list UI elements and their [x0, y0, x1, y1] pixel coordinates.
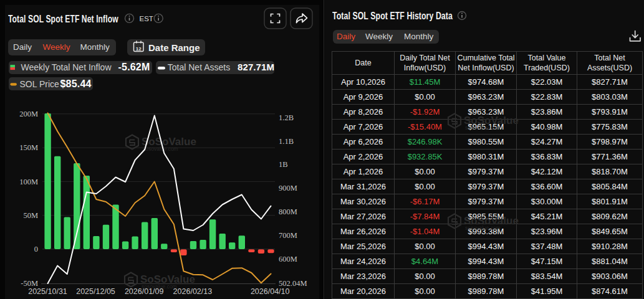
svg-text:700M: 700M — [279, 231, 297, 240]
svg-text:2026/01/09: 2026/01/09 — [125, 287, 164, 296]
svg-text:12: 12 — [136, 46, 142, 52]
svg-text:600M: 600M — [279, 255, 297, 263]
svg-text:800M: 800M — [279, 207, 297, 216]
svg-text:900M: 900M — [279, 184, 297, 192]
svg-text:0: 0 — [34, 245, 38, 254]
svg-text:sosovalue.com: sosovalue.com — [143, 146, 178, 152]
svg-text:50M: 50M — [23, 211, 38, 220]
svg-text:1B: 1B — [279, 160, 288, 169]
svg-text:2026/02/13: 2026/02/13 — [173, 287, 213, 296]
svg-text:2025/12/05: 2025/12/05 — [76, 287, 115, 296]
svg-text:150M: 150M — [19, 143, 38, 152]
svg-text:1.2B: 1.2B — [279, 113, 294, 122]
svg-text:sosovalue.com: sosovalue.com — [465, 225, 501, 231]
svg-text:100M: 100M — [19, 178, 38, 186]
svg-text:sosovalue.com: sosovalue.com — [465, 125, 501, 131]
svg-text:2025/10/31: 2025/10/31 — [28, 287, 67, 296]
svg-text:200M: 200M — [19, 110, 38, 118]
svg-text:2026/04/10: 2026/04/10 — [251, 287, 290, 296]
svg-text:1.1B: 1.1B — [279, 137, 294, 146]
